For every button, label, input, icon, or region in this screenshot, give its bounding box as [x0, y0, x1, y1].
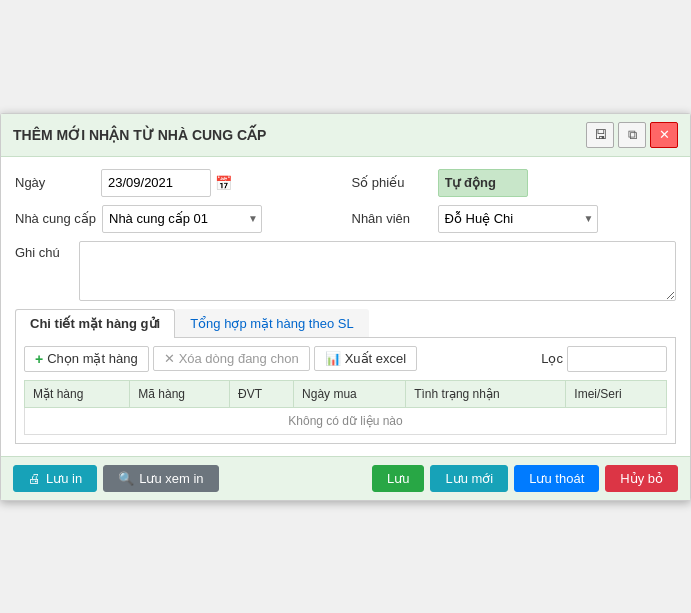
row-ngay-sophieu: Ngày 📅 Số phiếu Tự động	[15, 169, 676, 197]
delete-icon: ✕	[164, 351, 175, 366]
modal-footer: 🖨 Lưu in 🔍 Lưu xem in Lưu Lưu mới Lưu th…	[1, 456, 690, 500]
modal-header: THÊM MỚI NHẬN TỪ NHÀ CUNG CẤP 🖫 ⧉ ✕	[1, 114, 690, 157]
nhanvien-select[interactable]: Đỗ Huệ Chi	[438, 205, 598, 233]
col-dvt: ĐVT	[229, 380, 293, 407]
nhacungcap-select-wrapper: Nhà cung cấp 01 ▼	[102, 205, 262, 233]
search-icon: 🔍	[118, 471, 134, 486]
ngay-input[interactable]	[101, 169, 211, 197]
data-table: Mặt hàng Mã hàng ĐVT Ngày mua Tình trạng…	[24, 380, 667, 435]
copy-icon-button[interactable]: ⧉	[618, 122, 646, 148]
nhanvien-label: Nhân viên	[352, 211, 432, 226]
col-mathang: Mặt hàng	[25, 380, 130, 407]
no-data-row: Không có dữ liệu nào	[25, 407, 667, 434]
nhanvien-select-wrapper: Đỗ Huệ Chi ▼	[438, 205, 598, 233]
filter-input[interactable]	[567, 346, 667, 372]
modal-body: Ngày 📅 Số phiếu Tự động Nhà cung cấp Nhà…	[1, 157, 690, 456]
nhacungcap-label: Nhà cung cấp	[15, 211, 96, 226]
luu-xem-in-button[interactable]: 🔍 Lưu xem in	[103, 465, 218, 492]
filter-label: Lọc	[541, 351, 563, 366]
tab-content: + Chọn mặt hàng ✕ Xóa dòng đang chon 📊 X…	[15, 338, 676, 444]
nhacungcap-group: Nhà cung cấp Nhà cung cấp 01 ▼	[15, 205, 340, 233]
col-imei: Imei/Seri	[566, 380, 667, 407]
ghichu-row: Ghi chú	[15, 241, 676, 301]
date-wrapper: 📅	[101, 169, 232, 197]
ngay-group: Ngày 📅	[15, 169, 340, 197]
modal-title: THÊM MỚI NHẬN TỪ NHÀ CUNG CẤP	[13, 127, 266, 143]
footer-left: 🖨 Lưu in 🔍 Lưu xem in	[13, 465, 219, 492]
row-nhacungcap-nhanvien: Nhà cung cấp Nhà cung cấp 01 ▼ Nhân viên…	[15, 205, 676, 233]
copy-icon: ⧉	[628, 127, 637, 143]
ghichu-label: Ghi chú	[15, 245, 79, 260]
nhanvien-group: Nhân viên Đỗ Huệ Chi ▼	[352, 205, 677, 233]
toolbar: + Chọn mặt hàng ✕ Xóa dòng đang chon 📊 X…	[24, 346, 667, 372]
calendar-icon[interactable]: 📅	[215, 175, 232, 191]
luu-thoat-button[interactable]: Lưu thoát	[514, 465, 599, 492]
sophieu-label: Số phiếu	[352, 175, 432, 190]
sophieu-group: Số phiếu Tự động	[352, 169, 677, 197]
footer-right: Lưu Lưu mới Lưu thoát Hủy bỏ	[372, 465, 678, 492]
printer-icon: 🖨	[28, 471, 41, 486]
close-button[interactable]: ✕	[650, 122, 678, 148]
luu-in-button[interactable]: 🖨 Lưu in	[13, 465, 97, 492]
huy-bo-button[interactable]: Hủy bỏ	[605, 465, 678, 492]
nhacungcap-select[interactable]: Nhà cung cấp 01	[102, 205, 262, 233]
no-data-cell: Không có dữ liệu nào	[25, 407, 667, 434]
tab-tonghop[interactable]: Tổng hợp mặt hàng theo SL	[175, 309, 368, 337]
close-icon: ✕	[659, 127, 670, 142]
tabs-row: Chi tiết mặt hàng gửi Tổng hợp mặt hàng …	[15, 309, 676, 338]
main-modal: THÊM MỚI NHẬN TỪ NHÀ CUNG CẤP 🖫 ⧉ ✕ Ngày…	[0, 113, 691, 501]
col-mahang: Mã hàng	[130, 380, 230, 407]
tab-chitiet[interactable]: Chi tiết mặt hàng gửi	[15, 309, 175, 338]
col-ngaymua: Ngày mua	[294, 380, 406, 407]
ghichu-textarea[interactable]	[79, 241, 676, 301]
save-icon-button[interactable]: 🖫	[586, 122, 614, 148]
plus-icon: +	[35, 351, 43, 367]
col-tinhtrang: Tình trạng nhận	[406, 380, 566, 407]
export-excel-button[interactable]: 📊 Xuất excel	[314, 346, 417, 371]
luu-button[interactable]: Lưu	[372, 465, 424, 492]
table-header-row: Mặt hàng Mã hàng ĐVT Ngày mua Tình trạng…	[25, 380, 667, 407]
ngay-label: Ngày	[15, 175, 95, 190]
add-mathang-button[interactable]: + Chọn mặt hàng	[24, 346, 149, 372]
header-icons: 🖫 ⧉ ✕	[586, 122, 678, 148]
save-icon: 🖫	[594, 127, 607, 142]
luu-moi-button[interactable]: Lưu mới	[430, 465, 508, 492]
sophieu-input[interactable]	[438, 169, 528, 197]
delete-dong-button[interactable]: ✕ Xóa dòng đang chon	[153, 346, 310, 371]
excel-icon: 📊	[325, 351, 341, 366]
